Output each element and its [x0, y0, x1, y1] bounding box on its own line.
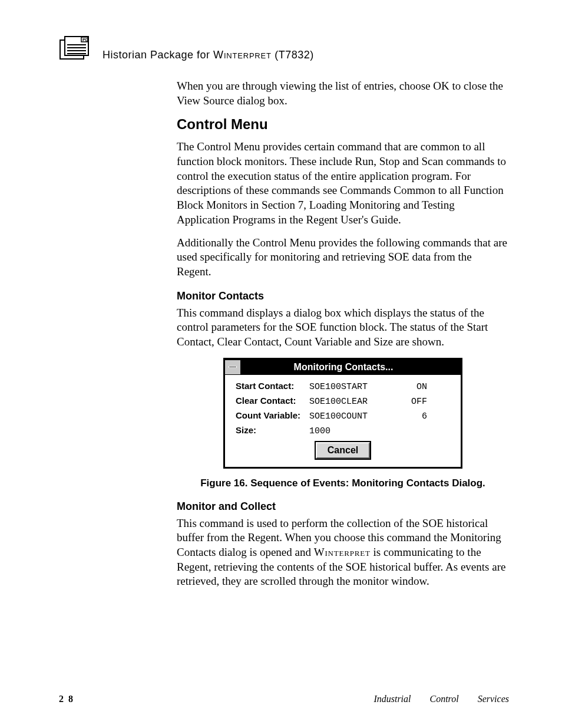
- figure-dialog: Monitoring Contacts... Start Contact: SO…: [177, 358, 509, 469]
- page-footer: 2 8 Industrial Control Services: [59, 694, 509, 704]
- dialog-body: Start Contact: SOE100START ON Clear Cont…: [225, 375, 461, 467]
- page-title: Historian Package for Winterpret (T7832): [103, 49, 314, 61]
- dialog-row: Size: 1000: [236, 425, 450, 436]
- dialog-row: Start Contact: SOE100START ON: [236, 381, 450, 392]
- row-value: SOE100CLEAR: [309, 397, 392, 407]
- footer-right: Industrial Control Services: [373, 694, 509, 704]
- dialog-row: Count Variable: SOE100COUNT 6: [236, 410, 450, 421]
- row-state: OFF: [392, 397, 427, 407]
- page-number: 2 8: [59, 694, 74, 704]
- heading-monitor-contacts: Monitor Contacts: [177, 290, 509, 302]
- pd-label: PD: [82, 38, 88, 42]
- control-paragraph-2: Additionally the Control Menu provides t…: [177, 236, 509, 279]
- page-header: PD Historian Package for Winterpret (T78…: [59, 35, 509, 61]
- row-value: SOE100START: [309, 382, 392, 392]
- row-label: Size:: [236, 425, 309, 435]
- intro-paragraph: When you are through viewing the list of…: [177, 79, 509, 108]
- dialog-monitoring-contacts: Monitoring Contacts... Start Contact: SO…: [223, 358, 462, 469]
- heading-control-menu: Control Menu: [177, 116, 509, 133]
- row-label: Start Contact:: [236, 381, 309, 391]
- monitor-and-collect-paragraph: This command is used to perform the coll…: [177, 516, 509, 589]
- row-label: Count Variable:: [236, 410, 309, 420]
- row-label: Clear Contact:: [236, 396, 309, 406]
- system-menu-icon[interactable]: [225, 360, 242, 374]
- figure-caption: Figure 16. Sequence of Events: Monitorin…: [177, 477, 509, 490]
- document-icon: PD: [59, 35, 92, 61]
- row-value: 1000: [309, 426, 392, 436]
- monitor-contacts-paragraph: This command displays a dialog box which…: [177, 306, 509, 350]
- dialog-title-bar: Monitoring Contacts...: [225, 360, 461, 375]
- heading-monitor-and-collect: Monitor and Collect: [177, 500, 509, 513]
- row-state: ON: [392, 382, 427, 392]
- control-paragraph-1: The Control Menu provides certain comman…: [177, 140, 509, 227]
- dialog-title-text: Monitoring Contacts...: [242, 362, 461, 373]
- cancel-button[interactable]: Cancel: [316, 442, 370, 459]
- row-value: SOE100COUNT: [309, 411, 392, 421]
- row-state: 6: [392, 411, 427, 421]
- dialog-row: Clear Contact: SOE100CLEAR OFF: [236, 396, 450, 407]
